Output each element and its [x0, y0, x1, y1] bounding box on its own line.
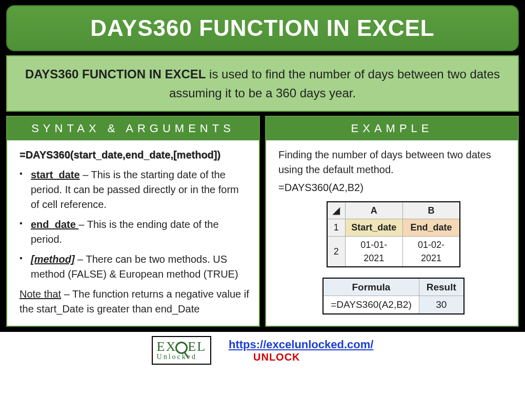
- sheet-row-1: 1: [327, 219, 346, 236]
- result-header-result: Result: [419, 278, 464, 296]
- sheet-col-b: B: [402, 202, 460, 219]
- sheet-header-b: End_date: [402, 219, 460, 236]
- sheet-value-a: 01-01-2021: [345, 236, 402, 267]
- example-formula: =DAYS360(A2,B2): [278, 180, 509, 195]
- description-box: DAYS360 FUNCTION IN EXCEL is used to fin…: [6, 55, 519, 112]
- argument-list: start_date – This is the starting date o…: [19, 167, 250, 282]
- magnifier-icon: [175, 342, 188, 354]
- syntax-note: Note that – The function returns a negat…: [19, 287, 250, 317]
- result-formula-value: =DAYS360(A2,B2): [323, 296, 419, 314]
- argument-item: start_date – This is the starting date o…: [19, 167, 250, 212]
- footer: EXEL Unlocked https://excelunlocked.com/…: [0, 332, 525, 368]
- syntax-formula: =DAYS360(start_date,end_date,[method]): [19, 148, 250, 162]
- argument-name: start_date: [31, 169, 80, 180]
- argument-item: [method] – There can be two methods. US …: [19, 252, 250, 282]
- argument-item: end_date – This is the ending date of th…: [19, 217, 250, 247]
- description-text: is used to find the number of days betwe…: [169, 67, 500, 100]
- footer-url-link[interactable]: https://excelunlocked.com/: [229, 338, 373, 351]
- sheet-row-2: 2: [327, 236, 346, 267]
- logo-text: EXEL Unlocked: [157, 341, 206, 360]
- sheet-corner: ◢: [327, 202, 346, 219]
- note-label: Note that: [19, 288, 61, 300]
- page-title-banner: DAYS360 FUNCTION IN EXCEL: [6, 5, 519, 51]
- footer-links: https://excelunlocked.com/ UNLOCK: [229, 338, 373, 363]
- example-result-table: Formula Result =DAYS360(A2,B2) 30: [322, 278, 465, 314]
- example-lead: Finding the number of days between two d…: [278, 148, 509, 177]
- sheet-col-a: A: [345, 202, 402, 219]
- result-header-formula: Formula: [323, 278, 419, 296]
- description-strong: DAYS360 FUNCTION IN EXCEL: [25, 67, 206, 81]
- page-title: DAYS360 FUNCTION IN EXCEL: [90, 15, 434, 40]
- example-sheet-table: ◢ A B 1 Start_date End_date 2 01-01-2021…: [327, 201, 461, 267]
- example-header: EXAMPLE: [266, 117, 518, 140]
- example-panel: EXAMPLE Finding the number of days betwe…: [265, 116, 519, 327]
- result-value: 30: [419, 296, 464, 314]
- footer-unlock-text: UNLOCK: [253, 351, 373, 363]
- argument-name: [method]: [31, 254, 75, 265]
- sheet-header-a: Start_date: [345, 219, 402, 236]
- syntax-header: SYNTAX & ARGUMENTS: [7, 117, 259, 140]
- argument-name: end_date: [31, 219, 78, 230]
- syntax-panel: SYNTAX & ARGUMENTS =DAYS360(start_date,e…: [6, 116, 260, 327]
- logo-subtext: Unlocked: [157, 354, 206, 360]
- logo: EXEL Unlocked: [152, 336, 211, 365]
- sheet-value-b: 01-02-2021: [402, 236, 460, 267]
